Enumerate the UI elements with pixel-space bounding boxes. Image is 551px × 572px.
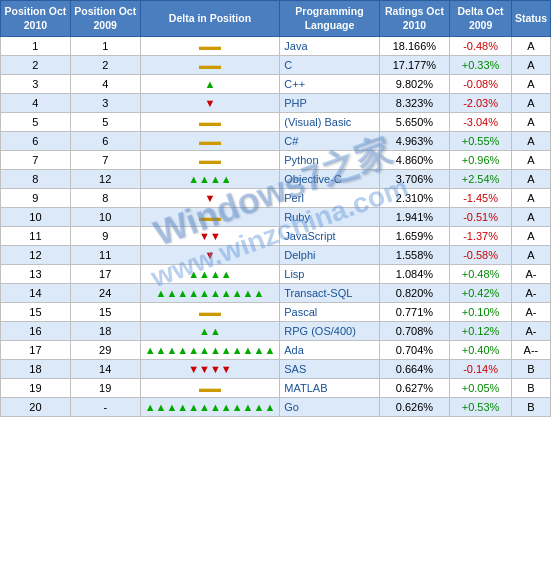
header-pos-oct2010: Position Oct 2010 bbox=[1, 1, 71, 37]
cell-ratings: 1.941% bbox=[379, 208, 450, 227]
cell-ratings: 18.166% bbox=[379, 37, 450, 56]
delta-up12-icon: ▲▲▲▲▲▲▲▲▲▲▲▲ bbox=[145, 344, 276, 356]
table-row: 20 - ▲▲▲▲▲▲▲▲▲▲▲▲ Go 0.626% +0.53% B bbox=[1, 398, 551, 417]
cell-delta-rating: +0.12% bbox=[450, 322, 512, 341]
cell-status: A-- bbox=[511, 341, 550, 360]
cell-lang: Pascal bbox=[280, 303, 379, 322]
cell-lang: (Visual) Basic bbox=[280, 113, 379, 132]
delta-down1-icon: ▼ bbox=[205, 249, 216, 261]
delta-equal-icon: ▬▬ bbox=[199, 306, 221, 318]
cell-lang: C++ bbox=[280, 75, 379, 94]
cell-lang: Python bbox=[280, 151, 379, 170]
cell-status: A bbox=[511, 189, 550, 208]
cell-ratings: 0.704% bbox=[379, 341, 450, 360]
cell-ratings: 0.820% bbox=[379, 284, 450, 303]
table-row: 13 17 ▲▲▲▲ Lisp 1.084% +0.48% A- bbox=[1, 265, 551, 284]
cell-pos2009: 4 bbox=[70, 75, 140, 94]
cell-lang: C# bbox=[280, 132, 379, 151]
cell-pos2009: 8 bbox=[70, 189, 140, 208]
rankings-table: Position Oct 2010 Position Oct 2009 Delt… bbox=[0, 0, 551, 417]
cell-ratings: 4.860% bbox=[379, 151, 450, 170]
cell-pos2009: 6 bbox=[70, 132, 140, 151]
cell-delta-rating: -0.14% bbox=[450, 360, 512, 379]
cell-pos2010: 14 bbox=[1, 284, 71, 303]
cell-status: A- bbox=[511, 322, 550, 341]
cell-lang: SAS bbox=[280, 360, 379, 379]
cell-ratings: 0.664% bbox=[379, 360, 450, 379]
cell-status: A- bbox=[511, 265, 550, 284]
cell-pos2010: 11 bbox=[1, 227, 71, 246]
cell-delta: ▬▬ bbox=[140, 37, 280, 56]
cell-status: A bbox=[511, 75, 550, 94]
cell-pos2010: 13 bbox=[1, 265, 71, 284]
cell-pos2009: 15 bbox=[70, 303, 140, 322]
delta-equal-icon: ▬▬ bbox=[199, 116, 221, 128]
header-lang: Programming Language bbox=[280, 1, 379, 37]
cell-pos2010: 15 bbox=[1, 303, 71, 322]
delta-equal-icon: ▬▬ bbox=[199, 382, 221, 394]
delta-equal-icon: ▬▬ bbox=[199, 135, 221, 147]
delta-up4-icon: ▲▲▲▲ bbox=[188, 268, 232, 280]
cell-pos2010: 18 bbox=[1, 360, 71, 379]
cell-delta-rating: -2.03% bbox=[450, 94, 512, 113]
cell-lang: Java bbox=[280, 37, 379, 56]
cell-delta-rating: +0.96% bbox=[450, 151, 512, 170]
cell-pos2010: 8 bbox=[1, 170, 71, 189]
cell-lang: PHP bbox=[280, 94, 379, 113]
table-row: 3 4 ▲ C++ 9.802% -0.08% A bbox=[1, 75, 551, 94]
cell-ratings: 9.802% bbox=[379, 75, 450, 94]
cell-pos2010: 10 bbox=[1, 208, 71, 227]
cell-pos2009: 18 bbox=[70, 322, 140, 341]
cell-delta: ▲▲▲▲▲▲▲▲▲▲ bbox=[140, 284, 280, 303]
cell-status: B bbox=[511, 379, 550, 398]
header-pos-oct2009: Position Oct 2009 bbox=[70, 1, 140, 37]
cell-pos2009: 11 bbox=[70, 246, 140, 265]
cell-delta-rating: +0.33% bbox=[450, 56, 512, 75]
cell-lang: Objective-C bbox=[280, 170, 379, 189]
cell-delta: ▼▼▼▼ bbox=[140, 360, 280, 379]
table-row: 7 7 ▬▬ Python 4.860% +0.96% A bbox=[1, 151, 551, 170]
table-row: 10 10 ▬▬ Ruby 1.941% -0.51% A bbox=[1, 208, 551, 227]
delta-up10-icon: ▲▲▲▲▲▲▲▲▲▲ bbox=[156, 287, 265, 299]
table-row: 14 24 ▲▲▲▲▲▲▲▲▲▲ Transact-SQL 0.820% +0.… bbox=[1, 284, 551, 303]
cell-ratings: 4.963% bbox=[379, 132, 450, 151]
cell-delta: ▲▲▲▲▲▲▲▲▲▲▲▲ bbox=[140, 398, 280, 417]
cell-lang: C bbox=[280, 56, 379, 75]
delta-down2-icon: ▼▼ bbox=[199, 230, 221, 242]
cell-delta-rating: -0.51% bbox=[450, 208, 512, 227]
cell-delta-rating: -1.45% bbox=[450, 189, 512, 208]
cell-ratings: 0.771% bbox=[379, 303, 450, 322]
table-row: 17 29 ▲▲▲▲▲▲▲▲▲▲▲▲ Ada 0.704% +0.40% A-- bbox=[1, 341, 551, 360]
cell-status: A bbox=[511, 56, 550, 75]
cell-delta: ▲ bbox=[140, 75, 280, 94]
cell-delta: ▬▬ bbox=[140, 132, 280, 151]
cell-lang: MATLAB bbox=[280, 379, 379, 398]
cell-delta: ▬▬ bbox=[140, 151, 280, 170]
cell-delta: ▼ bbox=[140, 246, 280, 265]
cell-pos2009: 5 bbox=[70, 113, 140, 132]
cell-pos2009: 9 bbox=[70, 227, 140, 246]
cell-delta-rating: +0.10% bbox=[450, 303, 512, 322]
cell-delta: ▼ bbox=[140, 94, 280, 113]
cell-delta-rating: -1.37% bbox=[450, 227, 512, 246]
cell-pos2010: 6 bbox=[1, 132, 71, 151]
table-row: 2 2 ▬▬ C 17.177% +0.33% A bbox=[1, 56, 551, 75]
cell-pos2010: 17 bbox=[1, 341, 71, 360]
cell-delta-rating: +0.55% bbox=[450, 132, 512, 151]
cell-status: A- bbox=[511, 303, 550, 322]
table-row: 18 14 ▼▼▼▼ SAS 0.664% -0.14% B bbox=[1, 360, 551, 379]
cell-pos2009: 12 bbox=[70, 170, 140, 189]
cell-status: A bbox=[511, 246, 550, 265]
delta-down1-icon: ▼ bbox=[205, 97, 216, 109]
cell-delta: ▬▬ bbox=[140, 303, 280, 322]
cell-pos2009: 19 bbox=[70, 379, 140, 398]
cell-pos2009: - bbox=[70, 398, 140, 417]
cell-delta-rating: +0.53% bbox=[450, 398, 512, 417]
cell-pos2009: 29 bbox=[70, 341, 140, 360]
cell-pos2010: 20 bbox=[1, 398, 71, 417]
cell-delta: ▲▲▲▲ bbox=[140, 265, 280, 284]
cell-status: A bbox=[511, 227, 550, 246]
cell-lang: Transact-SQL bbox=[280, 284, 379, 303]
cell-lang: Ruby bbox=[280, 208, 379, 227]
cell-delta-rating: -3.04% bbox=[450, 113, 512, 132]
